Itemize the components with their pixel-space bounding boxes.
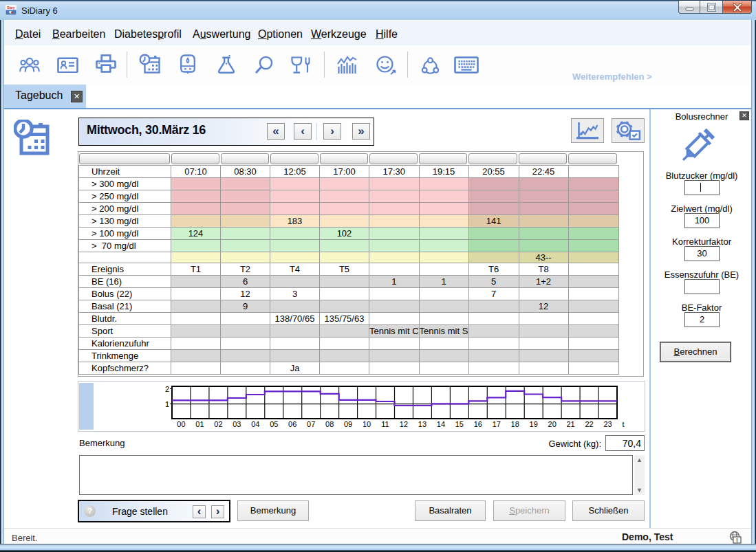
- svg-text:1: 1: [165, 400, 169, 408]
- svg-text:21: 21: [566, 420, 574, 428]
- svg-text:22: 22: [585, 420, 593, 428]
- svg-text:11: 11: [381, 420, 389, 428]
- svg-text:09: 09: [344, 420, 352, 428]
- svg-text:00: 00: [177, 420, 185, 428]
- svg-text:!: !: [736, 537, 738, 544]
- svg-text:08: 08: [325, 420, 334, 428]
- svg-text:12: 12: [400, 420, 408, 428]
- svg-text:23: 23: [603, 420, 612, 428]
- svg-text:03: 03: [233, 420, 241, 428]
- svg-text:07: 07: [307, 420, 315, 428]
- svg-text:Diary: Diary: [7, 6, 15, 10]
- svg-text:10: 10: [363, 420, 371, 428]
- svg-text:04: 04: [251, 420, 259, 428]
- svg-text:15: 15: [455, 420, 464, 428]
- svg-text:19: 19: [530, 420, 538, 428]
- svg-text:06: 06: [288, 420, 296, 428]
- svg-text:14: 14: [437, 420, 445, 428]
- svg-text:16: 16: [474, 420, 482, 428]
- svg-text:01: 01: [195, 420, 204, 428]
- svg-text:17: 17: [493, 420, 501, 428]
- svg-text:2: 2: [165, 385, 169, 393]
- svg-text:20: 20: [548, 420, 557, 428]
- svg-text:05: 05: [270, 420, 278, 428]
- svg-text:02: 02: [214, 420, 222, 428]
- svg-text:t: t: [622, 420, 624, 428]
- svg-text:13: 13: [418, 420, 426, 428]
- svg-text:18: 18: [511, 420, 519, 428]
